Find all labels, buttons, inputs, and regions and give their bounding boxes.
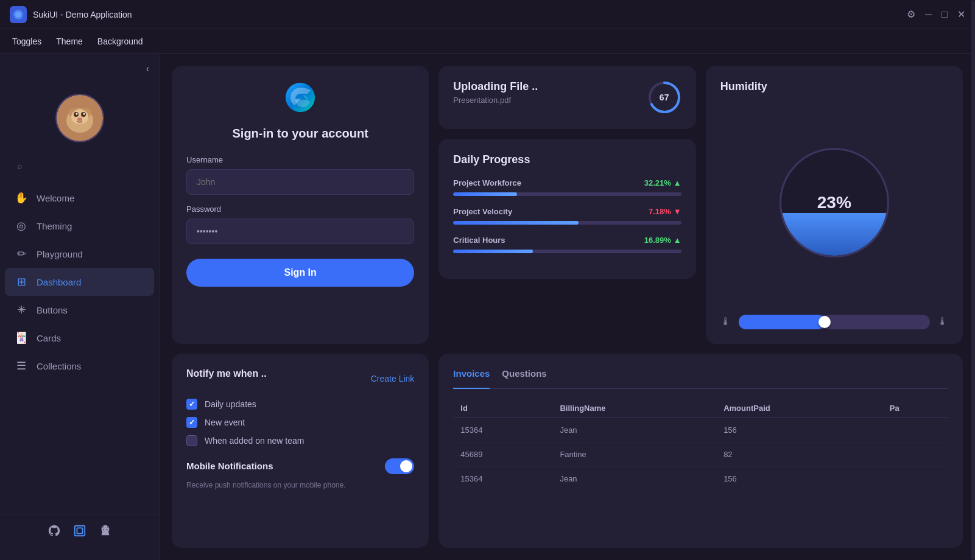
password-group: Password bbox=[186, 205, 414, 244]
main-layout: ‹ bbox=[0, 54, 975, 560]
checkbox-new-team-label: When added on new team bbox=[205, 436, 304, 446]
invoices-header-row: Id BillingName AmountPaid Pa bbox=[453, 399, 948, 418]
sidebar-collapse-section: ‹ bbox=[0, 63, 159, 84]
progress-item-workforce: Project Workforce 32.21% ▲ bbox=[453, 178, 681, 196]
row1-name: Jean bbox=[552, 418, 716, 442]
thermo-low-icon: 🌡 bbox=[720, 315, 731, 328]
upload-info: Uploading File .. Presentation.pdf bbox=[453, 80, 538, 105]
row3-id: 15364 bbox=[453, 466, 552, 491]
humidity-gauge-container: 23% bbox=[720, 103, 948, 303]
checkbox-new-event-label: New event bbox=[205, 418, 245, 427]
close-icon[interactable]: ✕ bbox=[957, 9, 965, 20]
dashboard-icon: ⊞ bbox=[15, 275, 28, 289]
svg-point-11 bbox=[77, 117, 82, 121]
svg-rect-12 bbox=[74, 526, 85, 536]
upload-card: Uploading File .. Presentation.pdf 67 bbox=[438, 66, 695, 129]
avatar-section bbox=[0, 84, 159, 152]
titlebar: SukiUI - Demo Application ⚙ ─ □ ✕ bbox=[0, 0, 975, 29]
box-icon[interactable] bbox=[73, 524, 86, 541]
humidity-slider-fill bbox=[739, 315, 825, 329]
github-icon[interactable] bbox=[48, 524, 61, 541]
col-amount-paid: AmountPaid bbox=[716, 399, 882, 418]
invoices-tabs: Invoices Questions bbox=[453, 368, 948, 389]
sidebar-item-theming[interactable]: ◎ Theming bbox=[0, 212, 159, 240]
app-title: SukiUI - Demo Application bbox=[33, 10, 132, 19]
upload-progress-value: 67 bbox=[660, 93, 669, 102]
col-id: Id bbox=[453, 399, 552, 418]
mobile-notify-header: Mobile Notifications bbox=[186, 458, 414, 474]
humidity-slider[interactable] bbox=[739, 315, 930, 329]
playground-icon: ✏ bbox=[15, 247, 28, 261]
sidebar-item-playground[interactable]: ✏ Playground bbox=[0, 240, 159, 268]
theming-icon: ◎ bbox=[15, 219, 28, 233]
avatar-image bbox=[57, 95, 103, 141]
menu-background[interactable]: Background bbox=[97, 37, 143, 46]
sidebar-item-welcome-label: Welcome bbox=[37, 193, 74, 203]
row1-pa bbox=[882, 418, 948, 442]
table-row: 15364 Jean 156 bbox=[453, 418, 948, 442]
thermo-high-icon: 🌡 bbox=[937, 315, 948, 328]
checkbox-new-team-box[interactable] bbox=[186, 435, 197, 446]
table-row: 15364 Jean 156 bbox=[453, 466, 948, 491]
col2-section: Uploading File .. Presentation.pdf 67 Da… bbox=[438, 66, 695, 344]
workforce-bar-bg bbox=[453, 192, 681, 196]
sidebar-nav: ✋ Welcome ◎ Theming ✏ Playground ⊞ Dashb… bbox=[0, 179, 159, 514]
velocity-bar-bg bbox=[453, 221, 681, 225]
tab-invoices[interactable]: Invoices bbox=[453, 368, 490, 389]
upload-progress-circle: 67 bbox=[647, 80, 681, 114]
velocity-arrow: ▼ bbox=[674, 207, 681, 216]
mobile-notify-title: Mobile Notifications bbox=[186, 461, 273, 471]
username-input[interactable] bbox=[186, 169, 414, 195]
create-link-button[interactable]: Create Link bbox=[371, 374, 415, 383]
invoices-card: Invoices Questions Id BillingName Amount… bbox=[438, 354, 963, 548]
notify-title: Notify me when .. bbox=[186, 368, 267, 379]
workforce-value: 32.21% ▲ bbox=[644, 178, 681, 187]
sidebar-item-dashboard[interactable]: ⊞ Dashboard bbox=[5, 268, 154, 296]
daily-progress-card: Daily Progress Project Workforce 32.21% … bbox=[438, 139, 695, 279]
col-billing-name: BillingName bbox=[552, 399, 716, 418]
cat-icon[interactable] bbox=[99, 524, 112, 541]
checkbox-new-team: When added on new team bbox=[186, 435, 414, 446]
checkbox-new-event-box[interactable]: ✓ bbox=[186, 417, 197, 428]
maximize-icon[interactable]: □ bbox=[942, 9, 948, 20]
buttons-icon: ✳ bbox=[15, 303, 28, 317]
avatar bbox=[55, 94, 104, 142]
sidebar-bottom-icons bbox=[0, 514, 159, 550]
tab-questions[interactable]: Questions bbox=[502, 368, 546, 383]
app-logo bbox=[10, 6, 27, 23]
toggle-thumb bbox=[400, 460, 412, 472]
sidebar-item-collections[interactable]: ☰ Collections bbox=[0, 352, 159, 380]
signin-title: Sign-in to your account bbox=[232, 127, 368, 141]
humidity-water-fill bbox=[781, 213, 887, 256]
row1-amount: 156 bbox=[716, 418, 882, 442]
menu-theme[interactable]: Theme bbox=[56, 37, 83, 46]
row1-id: 15364 bbox=[453, 418, 552, 442]
upload-filename: Presentation.pdf bbox=[453, 96, 538, 105]
row2-pa bbox=[882, 442, 948, 466]
checkbox-daily-updates-box[interactable]: ✓ bbox=[186, 399, 197, 410]
signin-button[interactable]: Sign In bbox=[186, 259, 414, 287]
password-input[interactable] bbox=[186, 219, 414, 244]
username-label: Username bbox=[186, 155, 414, 164]
minimize-icon[interactable]: ─ bbox=[925, 9, 932, 20]
sidebar-item-buttons[interactable]: ✳ Buttons bbox=[0, 296, 159, 324]
upload-title: Uploading File .. bbox=[453, 80, 538, 93]
progress-item-critical-header: Critical Hours 16.89% ▲ bbox=[453, 236, 681, 245]
menu-toggles[interactable]: Toggles bbox=[12, 37, 41, 46]
svg-rect-13 bbox=[77, 528, 82, 533]
edge-logo bbox=[283, 80, 317, 127]
menubar: Toggles Theme Background bbox=[0, 29, 975, 54]
humidity-slider-container: 🌡 🌡 bbox=[720, 315, 948, 329]
username-group: Username bbox=[186, 155, 414, 195]
sidebar-item-dashboard-label: Dashboard bbox=[37, 277, 81, 287]
mobile-notify-toggle[interactable] bbox=[385, 458, 414, 474]
invoices-table-body: 15364 Jean 156 45689 Fantine 82 15364 Je… bbox=[453, 418, 948, 491]
search-bar[interactable]: ⌕ bbox=[10, 157, 149, 174]
sidebar-collapse-button[interactable]: ‹ bbox=[146, 63, 149, 74]
window-controls: ⚙ ─ □ ✕ bbox=[907, 9, 965, 20]
sidebar-item-welcome[interactable]: ✋ Welcome bbox=[0, 184, 159, 212]
sidebar-item-cards[interactable]: 🃏 Cards bbox=[0, 324, 159, 352]
humidity-slider-thumb bbox=[818, 316, 831, 328]
workforce-label: Project Workforce bbox=[453, 178, 521, 187]
settings-icon[interactable]: ⚙ bbox=[907, 9, 915, 20]
